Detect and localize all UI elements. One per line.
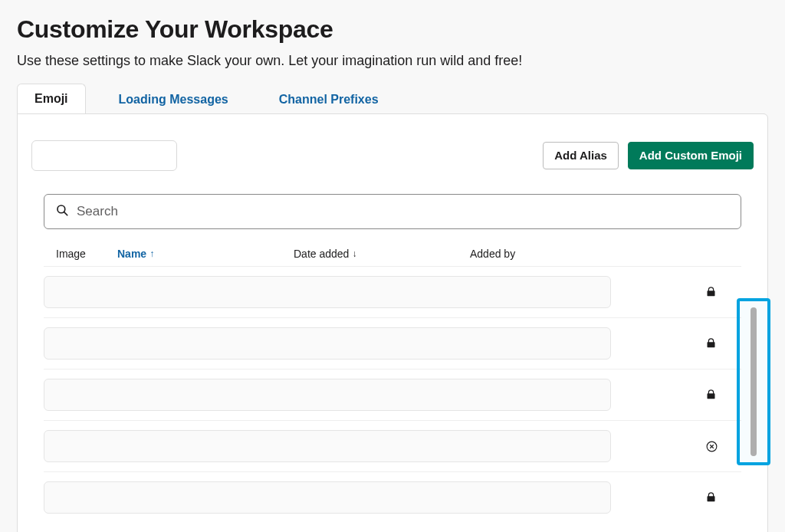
add-alias-button[interactable]: Add Alias [543, 142, 619, 169]
search-box[interactable] [44, 194, 741, 229]
row-action[interactable] [695, 440, 741, 452]
tab-emoji[interactable]: Emoji [17, 84, 86, 114]
table-header: Image Name ↑ Date added ↓ Added by [44, 243, 741, 266]
table-row [44, 317, 741, 369]
toolbar: Add Alias Add Custom Emoji [31, 140, 754, 171]
row-placeholder [44, 327, 611, 360]
row-action [695, 491, 741, 503]
table-row [44, 420, 741, 471]
table-row [44, 266, 741, 317]
emoji-table: Image Name ↑ Date added ↓ Added by [31, 194, 754, 523]
lock-icon [705, 337, 717, 349]
search-icon [55, 203, 77, 220]
svg-line-1 [64, 212, 67, 215]
lock-icon [705, 389, 717, 400]
page-subtitle: Use these settings to make Slack your ow… [17, 53, 768, 69]
col-added-by: Added by [470, 248, 631, 260]
table-row [44, 471, 741, 523]
lock-icon [705, 491, 717, 503]
row-placeholder [44, 481, 611, 514]
row-action [695, 337, 741, 349]
col-date-added[interactable]: Date added ↓ [294, 248, 470, 260]
add-custom-emoji-button[interactable]: Add Custom Emoji [628, 142, 754, 169]
row-placeholder [44, 379, 611, 411]
row-placeholder [44, 430, 611, 462]
delete-icon[interactable] [705, 440, 717, 452]
table-row [44, 369, 741, 420]
page-title: Customize Your Workspace [17, 15, 768, 44]
sort-asc-icon: ↑ [149, 248, 154, 259]
row-action [695, 286, 741, 297]
col-image: Image [56, 248, 117, 260]
sort-desc-icon: ↓ [352, 248, 356, 259]
row-placeholder [44, 276, 611, 308]
col-name[interactable]: Name ↑ [117, 248, 294, 260]
panel-emoji: Add Alias Add Custom Emoji Image Name ↑ [17, 113, 768, 532]
search-input[interactable] [77, 204, 730, 219]
tab-channel-prefixes[interactable]: Channel Prefixes [261, 84, 396, 114]
filter-dropdown[interactable] [31, 140, 177, 171]
lock-icon [705, 286, 717, 297]
row-action [695, 389, 741, 400]
tabs: Emoji Loading Messages Channel Prefixes [17, 83, 768, 113]
tab-loading-messages[interactable]: Loading Messages [101, 84, 246, 114]
